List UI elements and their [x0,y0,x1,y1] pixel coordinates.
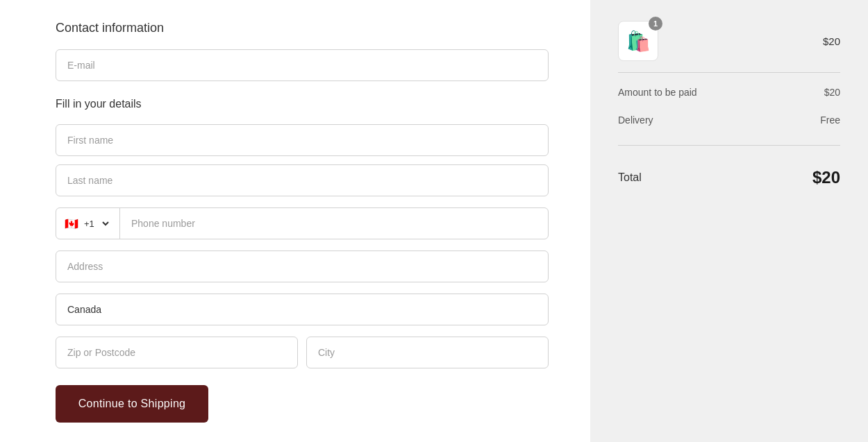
phone-number-field[interactable] [120,208,548,239]
product-thumbnail-wrap: 🛍️ 1 [618,21,658,61]
total-label: Total [618,171,642,184]
continue-to-shipping-button[interactable]: Continue to Shipping [56,385,208,423]
total-value: $20 [812,168,840,187]
product-row: 🛍️ 1 $20 [618,21,840,73]
contact-info-title: Contact information [56,21,549,35]
last-name-field[interactable] [56,164,549,196]
country-code-select[interactable]: +1 +44 +61 [81,218,111,230]
canada-flag-icon: 🇨🇦 [65,217,78,230]
city-field[interactable] [306,337,549,368]
phone-row: 🇨🇦 🛍️ +1 +44 +61 [56,207,549,239]
first-name-field[interactable] [56,124,549,156]
product-price: $20 [823,35,840,47]
phone-country-selector[interactable]: 🇨🇦 🛍️ +1 +44 +61 [56,208,120,239]
name-fields [56,124,549,196]
amount-label: Amount to be paid [618,87,697,98]
address-field[interactable] [56,250,549,282]
total-divider [618,145,840,146]
delivery-value: Free [820,114,840,126]
amount-value: $20 [824,87,840,98]
delivery-label: Delivery [618,114,653,126]
total-row: Total $20 [618,162,840,187]
amount-row: Amount to be paid $20 [618,84,840,101]
zip-city-row [56,337,549,368]
item-count-badge: 1 [649,17,662,31]
fill-details-title: Fill in your details [56,98,549,110]
bag-icon: 🛍️ [626,30,651,53]
left-panel: Contact information Fill in your details… [0,0,590,442]
delivery-row: Delivery Free [618,112,840,128]
country-field[interactable] [56,294,549,325]
zip-field[interactable] [56,337,298,368]
right-panel: 🛍️ 1 $20 Amount to be paid $20 Delivery … [590,0,868,442]
email-field[interactable] [56,49,549,81]
